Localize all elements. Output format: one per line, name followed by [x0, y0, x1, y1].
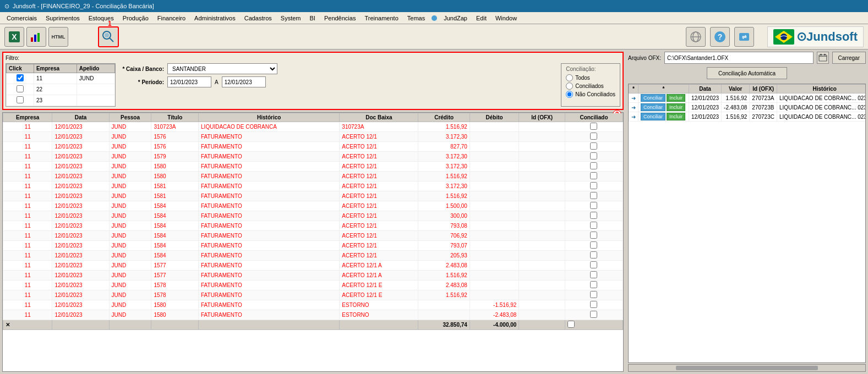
filter-checkbox-1[interactable] [17, 85, 24, 92]
incluir-btn-2[interactable]: Incluir [667, 113, 685, 120]
menu-item-administrativos[interactable]: Administrativos [190, 14, 240, 23]
menu-item-jundzap[interactable]: JundZap [439, 14, 472, 23]
ofx-col-historico: Histórico [777, 85, 866, 94]
cell-11-8 [519, 231, 565, 241]
menu-item-temas[interactable]: Temas [403, 14, 429, 23]
cell-2-8 [519, 142, 565, 152]
row-checkbox-13[interactable] [590, 251, 597, 258]
row-checkbox-2[interactable] [590, 142, 597, 150]
menu-item-edit[interactable]: Edit [472, 14, 491, 23]
cell-9-2: JUND [109, 211, 151, 221]
chart-button[interactable] [26, 27, 46, 47]
cell-18-4: FATURAMENTO [199, 300, 340, 310]
filter-table-area: Click Empresa Apelido 11 JUND [6, 63, 116, 107]
row-checkbox-19[interactable] [590, 311, 597, 318]
row-checkbox-14[interactable] [590, 261, 597, 268]
cell-18-6 [418, 300, 470, 310]
menu-item-treinamento[interactable]: Treinamento [360, 14, 402, 23]
auto-btn-row: Conciliação Automática [628, 67, 866, 81]
row-checkbox-4[interactable] [590, 162, 597, 169]
menu-item-suprimentos[interactable]: Suprimentos [41, 14, 84, 23]
cell-7-7 [470, 191, 518, 201]
row-checkbox-11[interactable] [590, 232, 597, 239]
search-button[interactable] [98, 26, 119, 47]
row-checkbox-8[interactable] [590, 202, 597, 209]
cell-5-5: ACERTO 12/1 [340, 172, 418, 182]
footer-check[interactable] [567, 321, 575, 328]
radio-conciliados[interactable] [566, 82, 573, 90]
menu-item-financeiro[interactable]: Financeiro [153, 14, 190, 23]
cell-19-2: JUND [109, 310, 151, 320]
row-checkbox-15[interactable] [590, 271, 597, 278]
row-checkbox-17[interactable] [590, 291, 597, 298]
row-checkbox-1[interactable] [590, 133, 597, 140]
search-button-area: 1 [98, 26, 121, 47]
data-table-container[interactable]: Empresa Data Pessoa Título Histórico Doc… [2, 112, 624, 372]
cell-check-10 [565, 221, 623, 231]
cell-6-5: ACERTO 12/1 [340, 182, 418, 191]
cell-14-7 [470, 261, 518, 271]
periodo-de-input[interactable] [167, 76, 211, 87]
table-row: 1112/01/2023JUND1578FATURAMENTOACERTO 12… [3, 290, 623, 300]
row-checkbox-12[interactable] [590, 241, 597, 249]
cell-9-4: FATURAMENTO [199, 211, 340, 221]
conciliar-btn-2[interactable]: Conciliar [641, 113, 665, 120]
table-row: 1112/01/2023JUND1581FATURAMENTOACERTO 12… [3, 182, 623, 191]
table-row: 1112/01/2023JUND1584FATURAMENTOACERTO 12… [3, 211, 623, 221]
row-checkbox-6[interactable] [590, 182, 597, 189]
row-checkbox-7[interactable] [590, 192, 597, 199]
cell-3-5: ACERTO 12/1 [340, 152, 418, 162]
radio-naoconciliados[interactable] [566, 91, 573, 98]
cell-19-6 [418, 310, 470, 320]
cell-check-0 [565, 122, 623, 132]
load-button[interactable]: Carregar [832, 52, 866, 64]
ofx-path-input[interactable] [664, 52, 814, 64]
cell-16-5: ACERTO 12/1 E [340, 280, 418, 290]
filter-checkbox-0[interactable] [17, 74, 24, 81]
menu-item-pendencias[interactable]: Pendências [320, 14, 361, 23]
row-checkbox-18[interactable] [590, 301, 597, 308]
ofx-cell-2-idofx: 270723C [750, 112, 777, 122]
menu-item-cadastros[interactable]: Cadastros [240, 14, 276, 23]
menu-item-system[interactable]: System [276, 14, 305, 23]
cell-1-8 [519, 132, 565, 142]
row-checkbox-0[interactable] [590, 123, 597, 130]
menu-item-estoques[interactable]: Estoques [84, 14, 118, 23]
cell-7-1: 12/01/2023 [52, 191, 109, 201]
cell-16-4: FATURAMENTO [199, 280, 340, 290]
menu-item-producao[interactable]: Produção [118, 14, 153, 23]
cell-4-1: 12/01/2023 [52, 162, 109, 172]
periodo-ate-input[interactable] [222, 76, 266, 87]
cell-3-2: JUND [109, 152, 151, 162]
row-checkbox-3[interactable] [590, 152, 597, 160]
bottom-scrollbar[interactable] [628, 364, 866, 372]
ofx-browse-button[interactable] [817, 52, 829, 64]
row-checkbox-10[interactable] [590, 222, 597, 229]
conciliar-btn-0[interactable]: Conciliar [641, 94, 665, 102]
cell-5-4: FATURAMENTO [199, 172, 340, 182]
menu-item-bi[interactable]: BI [305, 14, 320, 23]
incluir-btn-0[interactable]: Incluir [667, 94, 685, 102]
menu-item-window[interactable]: Window [491, 14, 521, 23]
title-bar-icon: ⊙ [4, 3, 9, 10]
auto-conciliation-button[interactable]: Conciliação Automática [707, 67, 787, 79]
remote-button[interactable]: ⇌ [734, 27, 754, 47]
radio-todos[interactable] [566, 74, 573, 81]
menu-item-comerciais[interactable]: Comerciais [2, 14, 41, 23]
row-checkbox-5[interactable] [590, 172, 597, 179]
filter-checkbox-2[interactable] [17, 96, 24, 103]
network-button[interactable] [686, 27, 706, 47]
ofx-table-container[interactable]: * * Data Valor Id (OFX) Histórico B ➜Con… [628, 84, 866, 363]
toolbar: X HTML 1 ? ⇌ [0, 24, 868, 50]
caixa-banco-select[interactable]: SANTANDER [167, 63, 277, 74]
conciliar-btn-1[interactable]: Conciliar [641, 103, 665, 111]
row-checkbox-16[interactable] [590, 281, 597, 288]
right-panel: Arquivo OFX: Carregar Conciliação Automá… [626, 50, 868, 374]
row-checkbox-9[interactable] [590, 212, 597, 219]
help-button[interactable]: ? [710, 27, 730, 47]
cell-10-0: 11 [3, 221, 52, 231]
html-button[interactable]: HTML [48, 27, 68, 47]
brazil-flag-icon [773, 29, 794, 45]
excel-button[interactable]: X [4, 27, 24, 47]
incluir-btn-1[interactable]: Incluir [667, 103, 685, 111]
